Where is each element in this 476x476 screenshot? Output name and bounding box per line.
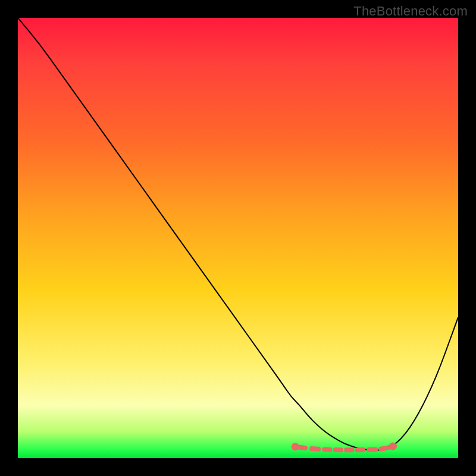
chart-overlay-svg [18, 18, 458, 458]
bottleneck-curve-line [18, 18, 458, 450]
highlight-dash [389, 447, 392, 447]
highlight-dash [299, 447, 305, 448]
highlight-dash [381, 449, 385, 449]
highlight-dash [312, 449, 318, 449]
chart-frame: TheBottleneck.com [0, 0, 476, 476]
attribution-text: TheBottleneck.com [353, 4, 468, 19]
chart-plot-area [18, 18, 458, 458]
